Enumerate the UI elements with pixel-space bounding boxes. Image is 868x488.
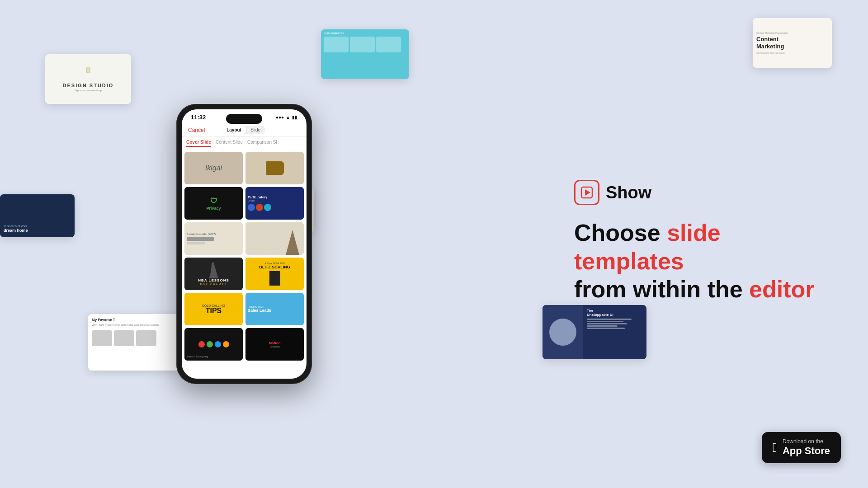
- as-title: A study in scarlet (2007): [187, 233, 241, 235]
- seg-slide[interactable]: Slide: [246, 126, 265, 134]
- pd-title: Participatory: [248, 196, 302, 199]
- status-icons: ●●● ▲ ▮▮: [276, 115, 297, 120]
- template-participatory[interactable]: Participatory Design: [245, 187, 304, 220]
- template-motion1[interactable]: Motion Designing: [184, 328, 243, 361]
- ikigai-label: Ikigai: [205, 164, 222, 172]
- arch-shape: [281, 230, 304, 255]
- phone-outer: 11:32 ●●● ▲ ▮▮ Cancel Layout Slide: [176, 104, 312, 384]
- app-store-text: Download on the App Store: [783, 438, 830, 457]
- play-icon: [580, 186, 593, 199]
- shield-icon: 🛡: [210, 197, 217, 205]
- apple-icon: : [773, 441, 777, 454]
- tab-comparison-slide[interactable]: Comparison Sl: [247, 140, 277, 147]
- as-bar: [187, 237, 214, 241]
- pd-c1: [248, 204, 255, 211]
- mc-orange: [223, 341, 229, 347]
- template-cold-tips[interactable]: COLD CALLING TIPS: [184, 293, 243, 325]
- dream-home-title: dream home: [4, 228, 71, 234]
- template-privacy[interactable]: 🛡 Privacy: [184, 187, 243, 220]
- show-label: Show: [606, 183, 651, 202]
- nba-figure: [209, 263, 218, 278]
- thumbnail-my-favorite: My Favorite T Work hard make moves and m…: [88, 314, 188, 371]
- template-sales-leads[interactable]: FINDING YOUR Sales Leads: [245, 293, 304, 325]
- slide-type-tabs: Cover Slide Content Slide Comparison Sl: [182, 137, 307, 149]
- cold-main: COLD CALLING TIPS: [202, 304, 225, 314]
- pd-sub: Design: [248, 199, 302, 202]
- seg-layout[interactable]: Layout: [222, 126, 246, 134]
- battery-icon: ▮▮: [292, 115, 297, 120]
- phone-mockup: 11:32 ●●● ▲ ▮▮ Cancel Layout Slide: [176, 104, 312, 384]
- template-architecture[interactable]: [245, 222, 304, 255]
- segmented-control: Layout Slide: [222, 126, 265, 134]
- headline-part1: Choose: [574, 220, 660, 246]
- status-time: 11:32: [191, 114, 206, 121]
- mc-red: [198, 341, 205, 347]
- my-favorite-title: My Favorite T: [92, 318, 184, 322]
- mc-blue: [215, 341, 221, 347]
- pd-circles: [248, 204, 302, 211]
- fav-img-3: [136, 330, 156, 346]
- motion1-label: Motion Designing: [187, 355, 208, 358]
- nba-sub: FOR CHAMPS: [200, 283, 227, 286]
- thumbnail-design-studio: DESIGN STUDIO digital studio workshop: [45, 54, 131, 104]
- tab-content-slide[interactable]: Content Slide: [216, 140, 243, 147]
- signal-icon: ▲: [286, 115, 290, 120]
- fav-img-1: [92, 330, 112, 346]
- phone-top-bar: Cancel Layout Slide: [182, 122, 307, 137]
- show-icon-container: [574, 180, 599, 205]
- template-ikigai[interactable]: Ikigai: [184, 152, 243, 184]
- cancel-button[interactable]: Cancel: [188, 127, 205, 133]
- app-store-button[interactable]:  Download on the App Store: [762, 432, 841, 463]
- thumbnail-services: OUR SERVICES: [321, 29, 409, 79]
- show-badge: Show: [574, 180, 823, 205]
- motion-circles: [198, 341, 229, 347]
- app-store-label: App Store: [783, 445, 830, 457]
- my-favorite-images: [92, 330, 184, 346]
- svg-point-2: [87, 67, 90, 73]
- dynamic-island: [226, 114, 262, 124]
- svc-cell-1: [324, 37, 349, 52]
- motion2-sub: Designing: [269, 345, 279, 348]
- sales-title: Sales Leads: [248, 308, 302, 313]
- services-title: OUR SERVICES: [324, 32, 406, 35]
- cold-tips-label: TIPS: [202, 307, 225, 314]
- template-blitz[interactable]: A PLAY BOOK FOR BLITZ SCALING: [245, 258, 304, 290]
- headline-part2: from within the: [574, 276, 743, 302]
- blitz-title: BLITZ SCALING: [259, 265, 290, 269]
- my-favorite-text: Work hard make moves and make your dream…: [92, 323, 184, 327]
- dream-home-label: In search of your: [4, 224, 71, 229]
- pd-c2: [256, 204, 263, 211]
- privacy-label: Privacy: [206, 206, 221, 211]
- thumbnail-dream-home: In search of your dream home: [0, 194, 75, 237]
- svc-cell-3: [376, 37, 401, 52]
- phone-screen: 11:32 ●●● ▲ ▮▮ Cancel Layout Slide: [182, 109, 307, 379]
- as-bar2: [187, 242, 205, 244]
- pd-c3: [264, 204, 271, 211]
- template-motion2[interactable]: Motion Designing: [245, 328, 304, 361]
- headline-accent2: editor: [749, 276, 814, 302]
- headline: Choose slide templates from within the e…: [574, 219, 823, 303]
- template-study[interactable]: [245, 152, 304, 184]
- nba-title: NBA LESSONS: [198, 278, 229, 282]
- book-icon: [266, 161, 284, 175]
- blitz-book: [269, 271, 280, 286]
- flower-icon: [83, 66, 94, 80]
- design-studio-subtitle: digital studio workshop: [75, 89, 102, 92]
- fav-img-2: [114, 330, 134, 346]
- services-grid: [324, 37, 406, 52]
- download-label: Download on the: [783, 438, 830, 445]
- templates-grid: Ikigai 🛡 Privacy Participatory Desig: [182, 149, 307, 363]
- svc-cell-2: [350, 37, 375, 52]
- template-nba[interactable]: NBA LESSONS FOR CHAMPS: [184, 258, 243, 290]
- tab-cover-slide[interactable]: Cover Slide: [186, 140, 211, 147]
- wifi-icon: ●●●: [276, 115, 284, 120]
- motion2-title: Motion: [269, 341, 280, 345]
- template-arch-study[interactable]: A study in scarlet (2007): [184, 222, 243, 255]
- design-studio-title: DESIGN STUDIO: [63, 83, 114, 88]
- mc-green: [207, 341, 213, 347]
- svg-marker-4: [585, 189, 590, 196]
- right-content: Show Choose slide templates from within …: [484, 0, 868, 488]
